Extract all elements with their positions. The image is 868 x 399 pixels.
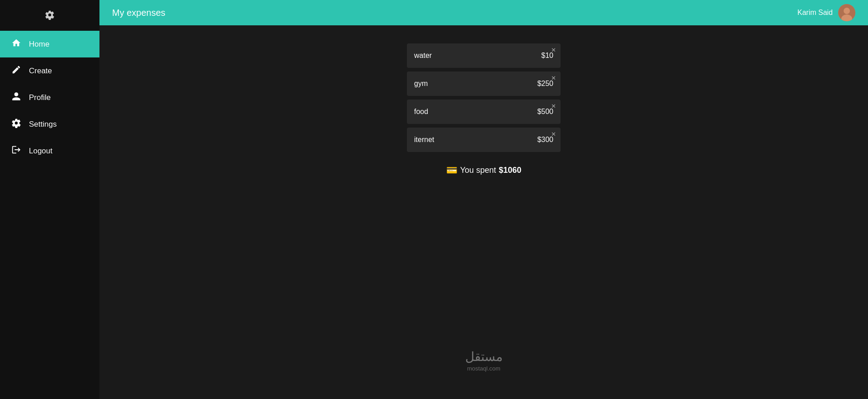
sidebar-item-logout-label: Logout <box>29 147 52 156</box>
profile-icon <box>11 91 22 104</box>
expense-close-food[interactable]: ✕ <box>551 103 556 109</box>
sidebar-item-home-label: Home <box>29 40 49 49</box>
summary-icon: 💳 <box>446 165 458 176</box>
sidebar: Home Create Profile Settings <box>0 0 99 399</box>
expense-close-gym[interactable]: ✕ <box>551 75 556 81</box>
expense-summary: 💳 You spent $1060 <box>446 165 521 176</box>
expense-card-gym: ✕ gym $250 <box>407 71 561 96</box>
summary-amount: $1060 <box>499 166 521 175</box>
expense-close-iternet[interactable]: ✕ <box>551 131 556 137</box>
expense-card-iternet: ✕ iternet $300 <box>407 128 561 152</box>
logout-icon <box>11 145 22 157</box>
create-icon <box>11 65 22 77</box>
svg-point-1 <box>844 8 850 14</box>
sidebar-item-create-label: Create <box>29 66 52 76</box>
sidebar-item-logout[interactable]: Logout <box>0 138 99 164</box>
sidebar-navigation: Home Create Profile Settings <box>0 31 99 164</box>
brand-logo: مستقل <box>465 349 503 364</box>
sidebar-item-profile-label: Profile <box>29 93 51 102</box>
sidebar-item-home[interactable]: Home <box>0 31 99 57</box>
sidebar-item-create[interactable]: Create <box>0 57 99 84</box>
expense-card-water: ✕ water $10 <box>407 43 561 68</box>
page-title: My expenses <box>112 8 165 18</box>
avatar <box>838 4 855 21</box>
brand-url: mostaql.com <box>465 365 503 372</box>
expense-name-water: water <box>414 52 432 60</box>
app-header: My expenses Karim Said <box>99 0 868 25</box>
expense-card-food: ✕ food $500 <box>407 100 561 124</box>
footer: مستقل mostaql.com <box>456 340 512 381</box>
expense-name-food: food <box>414 108 428 116</box>
settings-icon <box>11 118 22 130</box>
sidebar-item-settings-label: Settings <box>29 120 57 129</box>
sidebar-item-profile[interactable]: Profile <box>0 84 99 111</box>
home-icon <box>11 38 22 50</box>
main-panel: My expenses Karim Said ✕ water $10 ✕ gym… <box>99 0 868 399</box>
sidebar-item-settings[interactable]: Settings <box>0 111 99 138</box>
username-label: Karim Said <box>797 9 833 17</box>
main-content: ✕ water $10 ✕ gym $250 ✕ food $500 ✕ ite… <box>99 25 868 399</box>
expense-name-iternet: iternet <box>414 136 434 144</box>
user-menu[interactable]: Karim Said <box>797 4 855 21</box>
expense-close-water[interactable]: ✕ <box>551 47 556 53</box>
expense-name-gym: gym <box>414 80 428 88</box>
summary-prefix: You spent <box>460 166 496 175</box>
expenses-list: ✕ water $10 ✕ gym $250 ✕ food $500 ✕ ite… <box>407 43 561 152</box>
gear-icon[interactable] <box>45 10 55 23</box>
